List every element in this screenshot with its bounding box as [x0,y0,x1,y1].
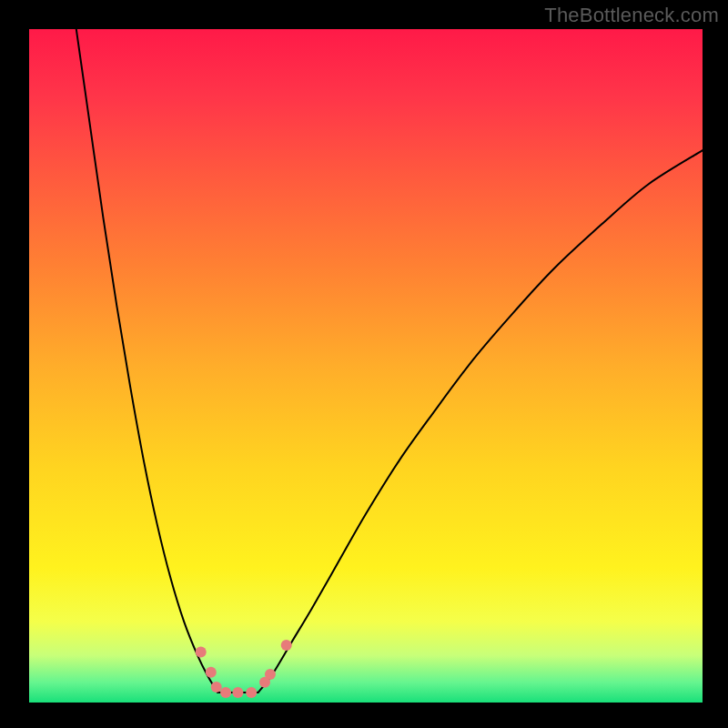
marker-bottom-b [232,687,243,698]
watermark-text: TheBottleneck.com [544,4,719,27]
chart-container: TheBottleneck.com [0,0,728,728]
marker-left-mid [206,667,217,678]
marker-bottom-c [246,687,257,698]
marker-left-low [211,682,222,693]
marker-left-upper [196,647,207,658]
chart-svg [0,0,728,728]
plot-background [29,29,703,703]
marker-right-hi [281,640,292,651]
marker-right-mid [265,669,276,680]
marker-bottom-a [220,687,231,698]
